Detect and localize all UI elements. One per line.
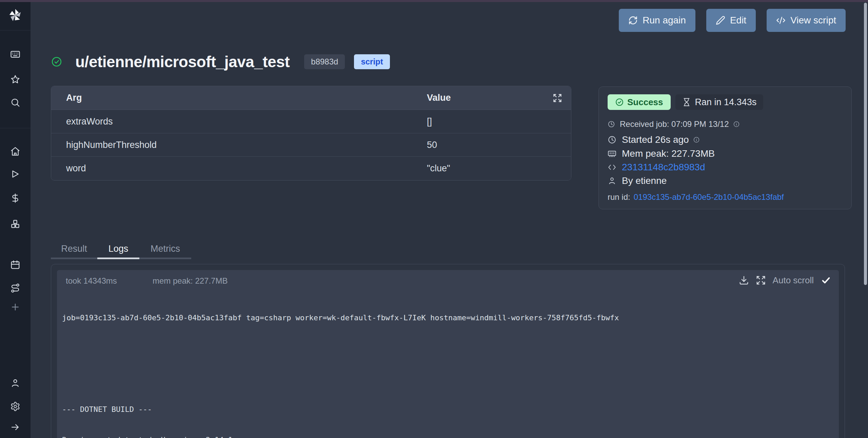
args-table: Arg Value extraWords [] highNumberThresh… [51,86,571,180]
info-icon[interactable] [733,121,740,128]
arg-value: "clue" [427,163,450,174]
route-icon [10,283,20,293]
windmill-pinwheel-icon [7,7,23,23]
author-row: By etienne [608,175,667,186]
sidebar [0,0,31,438]
status-badge: Success [608,94,671,110]
edit-button[interactable]: Edit [706,9,756,32]
check-circle-icon [615,98,624,107]
success-check-circle-icon [51,56,62,68]
hourglass-icon [682,98,691,107]
script-hash-link[interactable]: 23131148c2b8983d [622,162,705,173]
auto-scroll-label[interactable]: Auto scroll [773,275,814,286]
sidebar-item-collapse[interactable] [10,422,21,433]
sidebar-item-search[interactable] [10,97,21,108]
view-script-button[interactable]: View script [767,9,846,32]
sidebar-item-home[interactable] [10,146,21,157]
log-line: job=0193c135-ab7d-60e5-2b10-04b5ac13fabf… [62,313,839,323]
duration-label: Ran in 14.343s [695,97,757,108]
search-icon [10,97,20,108]
run-id-label: run id: [608,192,630,202]
table-row: extraWords [] [51,110,571,133]
sidebar-item-runs[interactable] [10,169,21,179]
sidebar-item-add[interactable] [10,302,21,312]
download-log-icon[interactable] [739,275,749,285]
sidebar-item-favorites[interactable] [10,74,21,85]
log-line: --- DOTNET BUILD --- [62,404,839,415]
view-script-label: View script [790,15,836,26]
tab-logs-label: Logs [108,244,129,254]
tab-result-label: Result [61,244,87,254]
arg-name: word [66,163,86,174]
clock-icon [608,135,616,144]
page-scrollbar-thumb[interactable] [864,3,867,285]
sidebar-item-settings[interactable] [10,401,21,412]
started-label: Started 26s ago [622,134,689,145]
arg-name: extraWords [66,116,113,127]
plus-icon [10,302,20,312]
run-id-link[interactable]: 0193c135-ab7d-60e5-2b10-04b5ac13fabf [634,192,784,202]
clock-icon [608,120,615,128]
arg-value: 50 [427,140,437,150]
args-table-header: Arg Value [51,86,571,110]
memory-icon [608,149,616,158]
author-label: By etienne [622,175,667,186]
arg-name: highNumberThreshold [66,140,157,150]
duration-chip: Ran in 14.343s [675,94,764,110]
log-mem-peak: mem peak: 227.7MB [153,276,228,286]
run-title-row: u/etienne/microsoft_java_test b8983d scr… [51,51,390,73]
args-col-value: Value [427,93,451,103]
keyboard-icon [10,49,20,59]
sidebar-item-resources[interactable] [10,218,21,229]
log-duration: took 14343ms [66,276,117,286]
script-hash-row: 23131148c2b8983d [608,162,705,173]
boxes-icon [10,219,20,229]
run-id-row: run id: 0193c135-ab7d-60e5-2b10-04b5ac13… [608,192,784,202]
sidebar-item-costs[interactable] [10,193,21,204]
windmill-logo[interactable] [0,0,31,31]
home-icon [10,146,20,156]
gear-icon [10,401,20,412]
expand-args-icon[interactable] [553,93,562,103]
sidebar-item-workflows[interactable] [10,283,21,293]
tab-metrics-label: Metrics [151,244,180,254]
code-icon [608,163,616,172]
tab-result[interactable]: Result [51,240,97,259]
started-row: Started 26s ago [608,134,700,145]
args-col-arg: Arg [66,93,82,103]
run-again-button[interactable]: Run again [619,9,695,32]
edit-label: Edit [730,15,746,26]
sidebar-item-apps[interactable] [10,49,21,60]
pencil-icon [716,16,725,25]
star-icon [10,74,20,84]
arrow-right-icon [10,422,20,432]
user-icon [608,176,616,185]
log-line [62,343,839,354]
hash-badge[interactable]: b8983d [304,54,345,69]
sidebar-item-account[interactable] [10,378,21,388]
run-info-panel: Success Ran in 14.343s Received job: 07:… [598,87,852,209]
result-tabs: Result Logs Metrics [51,240,191,259]
log-line: Requirement detected: Humanizer 2.14.1 [62,435,839,438]
tab-logs[interactable]: Logs [97,240,139,259]
action-buttons: Run again Edit View script [619,9,846,32]
received-label: Received job: 07:09 PM 13/12 [620,119,729,129]
table-row: highNumberThreshold 50 [51,133,571,157]
tab-metrics[interactable]: Metrics [139,240,191,259]
log-line [62,374,839,384]
log-controls: Auto scroll [739,275,831,286]
auto-scroll-checkmark-icon[interactable] [821,275,831,286]
status-label: Success [627,97,663,108]
info-icon[interactable] [693,136,700,143]
expand-log-icon[interactable] [756,275,766,285]
status-row: Success Ran in 14.343s [608,94,763,110]
table-row: word "clue" [51,157,571,180]
refresh-icon [628,16,638,25]
log-viewer: took 14343ms mem peak: 227.7MB Auto scro… [57,270,839,438]
sidebar-item-schedules[interactable] [10,259,21,270]
code-icon [776,16,786,25]
mem-peak-row: Mem peak: 227.73MB [608,148,715,159]
calendar-icon [10,260,20,270]
script-kind-badge: script [354,54,390,69]
mem-peak-label: Mem peak: 227.73MB [622,148,715,159]
